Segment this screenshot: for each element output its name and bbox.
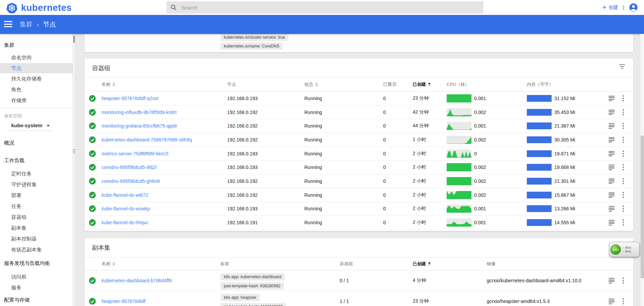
- namespace-select[interactable]: kube-system: [8, 122, 51, 131]
- breadcrumb-cluster-link[interactable]: 集群: [20, 20, 33, 29]
- pod-restarts: 0: [383, 151, 386, 156]
- kebab-menu-icon[interactable]: [623, 219, 624, 226]
- pod-name-link[interactable]: coredns-695f96dcd5-gh6n8: [102, 178, 160, 184]
- pod-name-link[interactable]: metrics-server-75df6ff86f-kkm2l: [102, 151, 168, 156]
- sidebar-item-3[interactable]: 任务: [0, 201, 73, 212]
- pod-name-link[interactable]: monitoring-influxdb-9b78f5fd9-kn8rt: [102, 110, 177, 115]
- pod-status: Running: [304, 151, 322, 156]
- logs-icon[interactable]: [609, 206, 615, 211]
- account-icon[interactable]: [629, 3, 638, 12]
- pod-table-row: kube-flannel-ds-wswkp 192.168.0.193 Runn…: [85, 202, 633, 216]
- replicaset-images: gcrxio/heapster-amd64:v1.5.3: [487, 299, 550, 304]
- logs-icon[interactable]: [609, 178, 615, 184]
- logs-icon[interactable]: [609, 299, 615, 304]
- kebab-menu-icon[interactable]: [623, 151, 624, 157]
- sidebar-item-7[interactable]: 有状态副本集: [0, 244, 73, 255]
- pod-name-link[interactable]: kube-flannel-ds-hhqvc: [102, 220, 148, 225]
- memory-value: 35.453 Mi: [554, 110, 575, 115]
- sidebar-item-2[interactable]: 部署: [0, 190, 73, 201]
- pod-name-link[interactable]: kube-flannel-ds-w6l72: [102, 192, 148, 198]
- column-header-name[interactable]: 名称: [102, 77, 115, 91]
- pod-name-link[interactable]: monitoring-grafana-65ccfb675-qpjdr: [102, 123, 177, 129]
- pod-name-link[interactable]: kube-flannel-ds-wswkp: [102, 206, 150, 211]
- kebab-menu-icon[interactable]: [623, 164, 624, 170]
- column-header-images: 镜像: [487, 257, 496, 270]
- kubernetes-logo[interactable]: kubernetes: [6, 2, 72, 14]
- pod-status: Running: [304, 96, 322, 101]
- network-monitor-widget[interactable]: 60% ↑0K/s ↓0K/s: [609, 242, 640, 257]
- kebab-menu-icon[interactable]: [623, 137, 624, 143]
- menu-icon[interactable]: [4, 21, 12, 28]
- sidebar-section-workloads[interactable]: 工作负载: [4, 157, 73, 164]
- sort-carets-icon: [112, 262, 115, 266]
- kebab-menu-icon[interactable]: [623, 192, 624, 198]
- search-bar[interactable]: [166, 1, 483, 14]
- sidebar-item-2[interactable]: 持久化存储卷: [0, 73, 73, 84]
- sidebar-scrollbar[interactable]: [73, 34, 75, 306]
- create-button[interactable]: + 创建: [602, 3, 618, 12]
- logs-icon[interactable]: [609, 220, 615, 225]
- column-header-created[interactable]: 已创建: [413, 77, 431, 91]
- status-ok-icon: [89, 164, 96, 171]
- filter-icon[interactable]: [619, 64, 626, 70]
- logs-icon[interactable]: [609, 192, 615, 197]
- memory-value: 30.305 Mi: [554, 137, 575, 142]
- sidebar-item-0[interactable]: 命名空间: [0, 52, 73, 63]
- kebab-menu-icon[interactable]: [623, 206, 624, 212]
- app-bar: 集群 › 节点: [0, 15, 644, 34]
- kebab-menu-icon[interactable]: [623, 278, 624, 284]
- sidebar-item-4[interactable]: 容器组: [0, 212, 73, 223]
- pod-node: 192.168.0.193: [227, 151, 258, 156]
- sidebar-item-6[interactable]: 副本控制器: [0, 233, 73, 244]
- sidebar-item-overview[interactable]: 概况: [4, 139, 73, 147]
- pod-name-link[interactable]: coredns-695f96dcd5-98j2l: [102, 165, 157, 170]
- memory-value: 19.668 Mi: [554, 165, 575, 170]
- sidebar-item-1[interactable]: 守护进程集: [0, 179, 73, 190]
- logs-icon[interactable]: [609, 123, 615, 129]
- sidebar-item-0[interactable]: 访问权: [0, 271, 73, 282]
- pod-node: 192.168.0.192: [227, 137, 258, 142]
- kebab-menu-icon[interactable]: [623, 123, 624, 129]
- search-input[interactable]: [181, 5, 467, 11]
- page-scrollbar-thumb[interactable]: [641, 136, 644, 278]
- sidebar-section-config[interactable]: 配置与存储: [4, 296, 73, 304]
- logs-icon[interactable]: [609, 165, 615, 170]
- column-header-status[interactable]: 状态: [304, 77, 318, 91]
- sidebar-resize-grip[interactable]: [73, 149, 75, 157]
- cpu-value: 0.002: [474, 137, 486, 142]
- kubernetes-dashboard: kubernetes + 创建 | 集群 ›: [0, 0, 644, 306]
- sidebar-section-cluster[interactable]: 集群: [4, 41, 73, 49]
- replicasets-table-header: 名称 标签 容器组 已创建 镜像: [85, 257, 633, 270]
- kebab-menu-icon[interactable]: [623, 298, 624, 304]
- kebab-menu-icon[interactable]: [623, 109, 624, 115]
- column-header-name[interactable]: 名称: [102, 257, 115, 270]
- sidebar-item-0[interactable]: 定时任务: [0, 168, 73, 179]
- memory-value: 19.871 Mi: [554, 151, 575, 156]
- page-scrollbar[interactable]: [640, 34, 644, 306]
- pod-status: Running: [304, 110, 322, 115]
- column-header-created[interactable]: 已创建: [413, 257, 431, 270]
- header-actions: + 创建 |: [602, 0, 638, 15]
- replicaset-name-link[interactable]: kubernetes-dashboard-b7d6d4ff6: [102, 278, 172, 283]
- status-ok-icon: [89, 277, 96, 284]
- sidebar-item-5[interactable]: 副本集: [0, 223, 73, 233]
- logs-icon[interactable]: [609, 137, 615, 142]
- pod-name-link[interactable]: heapster-8576784bff-q2sst: [102, 96, 158, 101]
- replicaset-name-link[interactable]: heapster-8576784bff: [102, 299, 145, 304]
- sidebar-item-1[interactable]: 服务: [0, 282, 73, 293]
- dropdown-arrow-icon: [47, 125, 50, 127]
- pod-created: 23 分钟: [413, 95, 429, 101]
- kebab-menu-icon[interactable]: [623, 178, 624, 184]
- logs-icon[interactable]: [609, 96, 615, 101]
- sidebar-section-discovery[interactable]: 服务发现与负载均衡: [4, 259, 73, 267]
- sidebar-item-4[interactable]: 存储类: [0, 95, 73, 106]
- logs-icon[interactable]: [609, 151, 615, 156]
- logs-icon[interactable]: [609, 110, 615, 115]
- sidebar-item-1[interactable]: 节点: [0, 63, 73, 73]
- pod-name-link[interactable]: kubernetes-dashboard-7588787688-s6h9q: [102, 137, 192, 142]
- logs-icon[interactable]: [609, 278, 615, 283]
- sidebar-item-3[interactable]: 角色: [0, 84, 73, 95]
- column-header-labels: 标签: [220, 257, 229, 270]
- kebab-menu-icon[interactable]: [623, 95, 624, 101]
- sidebar-scrollbar-thumb[interactable]: [73, 36, 75, 43]
